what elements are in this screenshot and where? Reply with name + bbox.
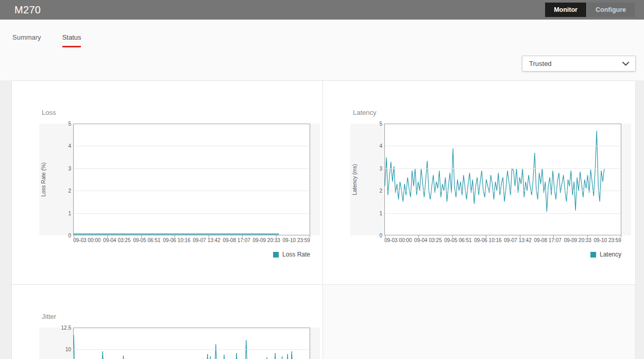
jitter-chart: Jitter 12.5107.552.50 (12, 313, 323, 359)
x-tick-label: 09-10 23:59 (594, 237, 621, 243)
y-tick-label: 0 (68, 233, 71, 238)
chart-canvas: 12.5107.552.50 (39, 328, 320, 359)
tab-status[interactable]: Status (62, 33, 81, 47)
x-tick-label: 09-09 20:33 (564, 237, 591, 243)
x-tick-label: 09-07 13:42 (504, 237, 531, 243)
x-tick-label: 09-06 10:16 (163, 237, 190, 243)
y-tick-label: 4 (68, 143, 71, 149)
header-mode-buttons: Monitor Configure (545, 3, 635, 17)
chart-canvas: Loss Rate (%) 543210 (39, 124, 320, 235)
network-filter-dropdown[interactable]: Trusted (522, 56, 636, 72)
subheader: Summary Status Trusted (0, 20, 644, 80)
y-tick-label: 1 (68, 210, 71, 216)
dropdown-selected-value: Trusted (529, 60, 622, 67)
x-tick-label: 09-08 17:07 (534, 237, 561, 243)
y-tick-label: 10 (65, 347, 71, 352)
latency-chart: Latency Latency (ms) 543210 09-03 00:000… (323, 109, 635, 258)
chart-canvas: Latency (ms) 543210 (350, 124, 631, 235)
chart-title: Jitter (42, 313, 323, 320)
y-tick-label: 5 (68, 121, 71, 127)
charts-grid: Loss Loss Rate (%) 543210 09-03 00:0009-… (11, 80, 636, 359)
legend-label: Loss Rate (282, 251, 310, 258)
y-tick-label: 12.5 (61, 325, 71, 331)
chevron-down-icon (622, 62, 629, 66)
legend-label: Latency (600, 251, 621, 258)
chart-title: Loss (42, 109, 323, 116)
legend-item[interactable]: Latency (384, 251, 621, 258)
plot-area (384, 124, 621, 235)
x-tick-label: 09-07 13:42 (193, 237, 220, 243)
x-axis-labels: 09-03 00:0009-04 03:2509-05 06:5109-06 1… (73, 237, 310, 243)
app-header: M270 Monitor Configure (0, 0, 644, 20)
legend-swatch-icon (590, 252, 596, 258)
y-tick-label: 1 (379, 210, 382, 216)
x-tick-label: 09-10 23:59 (283, 237, 310, 243)
y-tick-label: 0 (379, 233, 382, 238)
chart-title: Latency (353, 109, 635, 116)
page-title: M270 (14, 4, 41, 16)
x-tick-label: 09-04 03:25 (414, 237, 442, 243)
legend-swatch-icon (273, 252, 279, 258)
x-tick-label: 09-05 06:51 (444, 237, 471, 243)
x-tick-label: 09-04 03:25 (103, 237, 130, 243)
y-tick-label: 2 (68, 188, 71, 194)
loss-chart: Loss Loss Rate (%) 543210 09-03 00:0009-… (12, 109, 323, 258)
y-tick-label: 4 (379, 143, 382, 149)
tab-bar: Summary Status (12, 33, 81, 47)
y-tick-label: 3 (379, 165, 382, 171)
y-tick-label: 5 (379, 121, 382, 127)
x-tick-label: 09-03 00:00 (384, 237, 412, 243)
empty-panel (323, 285, 635, 359)
x-tick-label: 09-08 17:07 (223, 237, 250, 243)
legend-item[interactable]: Loss Rate (73, 251, 310, 258)
y-tick-label: 2 (379, 188, 382, 194)
x-axis-labels: 09-03 00:0009-04 03:2509-05 06:5109-06 1… (384, 237, 621, 243)
plot-area (73, 328, 310, 359)
x-tick-label: 09-05 06:51 (133, 237, 160, 243)
y-tick-label: 3 (68, 165, 71, 171)
x-tick-label: 09-09 20:33 (252, 237, 280, 243)
plot-area (73, 124, 310, 235)
tab-summary[interactable]: Summary (12, 33, 41, 47)
loss-panel: Loss Loss Rate (%) 543210 09-03 00:0009-… (12, 81, 323, 285)
x-tick-label: 09-06 10:16 (474, 237, 501, 243)
x-tick-label: 09-03 00:00 (73, 237, 100, 243)
monitor-button[interactable]: Monitor (545, 3, 586, 17)
configure-button[interactable]: Configure (586, 3, 635, 17)
jitter-panel: Jitter 12.5107.552.50 (12, 285, 323, 359)
latency-panel: Latency Latency (ms) 543210 09-03 00:000… (323, 81, 635, 285)
